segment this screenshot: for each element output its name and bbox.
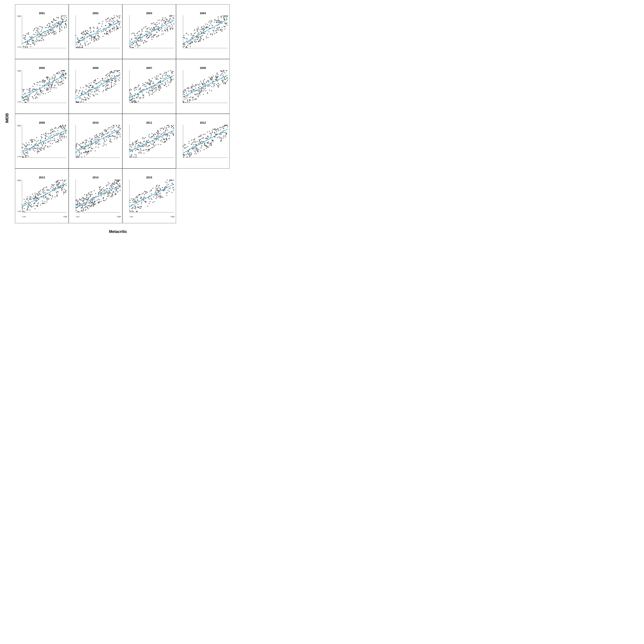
svg-point-146 [53, 30, 54, 31]
svg-point-2394 [148, 145, 149, 146]
svg-point-3174 [103, 197, 104, 198]
svg-point-1322 [90, 85, 91, 86]
svg-point-1936 [45, 145, 46, 146]
svg-point-2858 [36, 197, 37, 198]
svg-point-964 [40, 92, 41, 93]
svg-point-214 [49, 26, 50, 27]
svg-point-3361 [172, 183, 173, 184]
svg-point-2445 [140, 150, 141, 152]
svg-point-52 [60, 29, 61, 30]
svg-point-169 [44, 33, 46, 34]
svg-point-2084 [103, 146, 104, 147]
svg-point-2488 [188, 143, 190, 144]
svg-point-1586 [199, 90, 200, 91]
svg-point-2160 [81, 153, 82, 154]
svg-point-422 [88, 31, 89, 32]
svg-point-1192 [75, 91, 76, 92]
svg-point-408 [110, 25, 111, 26]
svg-point-2853 [57, 184, 58, 185]
svg-point-2018 [43, 134, 44, 135]
svg-point-3206 [111, 186, 112, 187]
svg-point-206 [59, 31, 60, 32]
svg-point-3029 [114, 193, 115, 194]
svg-point-3196 [85, 198, 86, 199]
svg-point-2142 [80, 145, 81, 146]
svg-point-1660 [212, 78, 213, 79]
svg-point-1239 [79, 98, 81, 99]
svg-point-124 [23, 46, 24, 47]
svg-point-1690 [189, 101, 190, 102]
svg-point-979 [24, 97, 26, 98]
svg-point-1179 [106, 85, 107, 86]
svg-point-654 [166, 21, 167, 22]
svg-point-637 [166, 25, 167, 26]
svg-point-3058 [102, 188, 103, 190]
svg-point-208 [51, 26, 52, 27]
svg-point-53 [36, 37, 37, 38]
svg-point-3279 [134, 208, 135, 209]
svg-point-1248 [113, 85, 114, 87]
empty-panel [176, 169, 230, 223]
svg-point-2867 [62, 179, 63, 181]
svg-point-405 [98, 35, 99, 36]
svg-point-795 [226, 17, 227, 18]
svg-point-2385 [169, 126, 170, 127]
svg-point-1383 [151, 90, 152, 91]
svg-point-1502 [150, 81, 151, 82]
svg-point-414 [86, 33, 87, 34]
svg-point-2608 [187, 146, 188, 147]
svg-point-2066 [94, 138, 96, 140]
svg-point-875 [207, 24, 208, 25]
svg-point-1819 [50, 140, 51, 141]
svg-point-270 [87, 30, 88, 31]
svg-point-1015 [56, 73, 58, 74]
svg-point-1827 [38, 148, 39, 149]
svg-point-864 [184, 44, 185, 45]
svg-point-2564 [191, 144, 193, 145]
svg-point-618 [161, 20, 162, 21]
svg-point-157 [62, 18, 63, 20]
svg-point-2461 [150, 137, 152, 138]
svg-point-1806 [35, 140, 36, 141]
svg-point-1037 [36, 93, 37, 94]
svg-point-3199 [93, 203, 94, 204]
svg-point-855 [194, 33, 195, 34]
svg-point-2672 [211, 143, 212, 144]
svg-point-3349 [147, 192, 148, 193]
svg-point-202 [30, 37, 31, 38]
svg-point-2277 [169, 135, 170, 136]
svg-point-3102 [114, 182, 115, 183]
svg-point-1450 [135, 102, 136, 103]
svg-point-2511 [206, 148, 207, 149]
svg-point-3162 [101, 189, 102, 190]
svg-point-2840 [44, 190, 45, 191]
svg-point-2799 [53, 185, 54, 187]
svg-point-2733 [49, 198, 50, 199]
svg-point-689 [211, 22, 212, 23]
svg-point-1979 [36, 137, 37, 138]
svg-point-360 [106, 21, 107, 23]
svg-point-832 [196, 29, 197, 30]
svg-point-2687 [191, 140, 192, 141]
svg-point-485 [140, 41, 141, 42]
svg-point-2002 [32, 140, 33, 141]
svg-point-3150 [88, 205, 89, 207]
svg-point-3255 [160, 195, 161, 196]
svg-point-3052 [99, 187, 100, 188]
svg-point-2117 [106, 144, 107, 146]
svg-point-3023 [103, 194, 105, 195]
svg-point-3283 [131, 198, 132, 199]
svg-point-3383 [158, 186, 159, 187]
svg-point-2468 [167, 136, 168, 137]
svg-point-3114 [97, 202, 99, 203]
panel-2013: 2013HighLowLowHigh [15, 169, 69, 223]
svg-point-1565 [136, 97, 137, 98]
svg-point-1961 [26, 142, 27, 143]
svg-point-1784 [196, 94, 197, 95]
svg-point-2189 [83, 152, 84, 153]
svg-point-3075 [118, 188, 119, 189]
svg-point-316 [90, 32, 91, 33]
svg-point-1781 [210, 78, 211, 79]
svg-point-2037 [98, 141, 99, 142]
svg-point-467 [151, 39, 152, 40]
